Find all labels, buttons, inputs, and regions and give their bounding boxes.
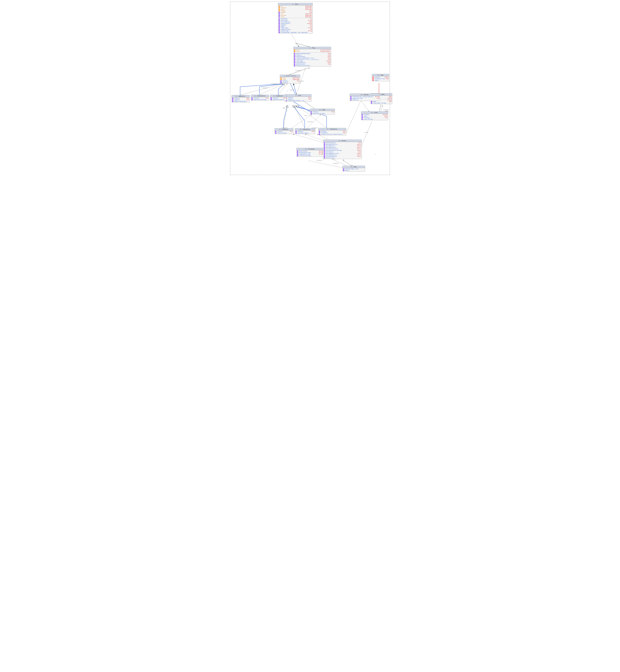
icon-orange: ~: [278, 9, 280, 10]
dxfactor-class: ⊙ ▸ DxFactor ~ ▸ toPoly() Poly ~ ▸ DxFac…: [274, 128, 294, 134]
type-methods: ~ ▸ values() Type[] ~ ▸ valueOf(String) …: [372, 76, 389, 81]
main-class: ⊙ ▸ Main ~ ▸ main(String[]) void ~ ▸ Mai…: [343, 166, 365, 172]
unit-field-index2: ~ ▸ index BigInteger: [278, 16, 312, 18]
svg-line-36: [289, 68, 307, 75]
icon-orange: ~: [278, 6, 280, 7]
term-name: Term: [298, 95, 301, 96]
icon-purple: ~: [296, 132, 297, 134]
svg-line-1: [295, 43, 300, 47]
icon-purple: ~: [350, 96, 352, 98]
powerfactor-name: ⊙ ▸ PowerFactor: [254, 95, 265, 97]
icon-red: ~: [372, 78, 374, 79]
unit-fields: ~ ▸ coe BigInteger ~ ▸ expIndex BigInteg…: [278, 5, 313, 18]
icon-purple: ~: [275, 132, 276, 134]
svg-line-7: [278, 84, 287, 95]
icon-purple: ~: [319, 132, 320, 133]
icon-orange: ~: [294, 51, 295, 52]
unit-field-expindex: ~ ▸ expIndex BigInteger: [278, 7, 312, 9]
term-stereotype: ⊙ ▸: [296, 95, 298, 96]
funcfactor-methods: ~ ▸ toPoly() Poly ~ ▸ formExpr() Expr ~ …: [318, 130, 346, 135]
numfactor-methods: ~ ▸ toPoly() Poly ~ ▸ negate() void ~ ▸ …: [232, 97, 250, 102]
svg-line-5: [240, 84, 283, 95]
unit-method-tostring: ~ ▸ toString() String: [278, 19, 312, 21]
type-header: ⊙ ▸ Type: [372, 74, 389, 76]
term-class: ⊙ ▸ Term ~ ▸ toPoly() Poly ~ ▸ negate() …: [285, 94, 311, 102]
numfactor-name: ⊙ ▸ NumFactor: [236, 96, 245, 97]
main-name: ⊙ ▸ Main: [351, 166, 357, 167]
icon-purple: ~: [350, 98, 352, 99]
expr-class: ⊙ ▸ Expr ~ ▸ toPoly() Poly ~ ▸ Expr(Arra…: [310, 109, 335, 114]
icon-purple: ~: [275, 131, 276, 132]
expfactor-name: ⊙ ▸ ExpFactor: [274, 95, 283, 97]
powerfactor-class: ⊙ ▸ PowerFactor ~ ▸ toPoly() Poly ~ ▸ Po…: [251, 95, 269, 101]
icon-purple: ~: [324, 142, 325, 144]
svg-line-8: [283, 106, 287, 128]
svg-line-6: [259, 84, 285, 95]
expr-header: ⊙ ▸ Expr: [310, 109, 335, 111]
unit-name: Unit: [295, 3, 298, 5]
icon-purple: ~: [297, 151, 298, 152]
icon-purple: ~: [362, 119, 363, 120]
exprfactor-header: ⊙ ▸ ExprFactor: [295, 128, 315, 130]
unit-method-derivate: ~ ▸ derivateUnit() Poly: [278, 21, 312, 22]
processor-header: ⊙ ▸ Processor: [297, 148, 323, 150]
definer-methods: ~ ▸ formFunc(String, ArrayList<Factor>) …: [350, 96, 380, 101]
svg-line-19: [343, 160, 351, 166]
parser-header: ⊙ ▸ Parser: [323, 140, 362, 142]
icon-purple: ~: [294, 54, 295, 56]
icon-purple: ~: [232, 99, 233, 101]
parser-methods: ~ ▸ parseTerm(int) Term ~ ▸ parseExprFac…: [323, 142, 362, 159]
svg-line-47: [381, 106, 382, 111]
svg-line-53: [343, 161, 352, 166]
poly-fields: ~ ▸ units ArrayList<Unit> ~ ▸ units Arra…: [294, 49, 331, 53]
icon-red: ~: [372, 77, 374, 78]
icon-purple: ~: [294, 65, 295, 66]
icon-purple: ~: [278, 15, 280, 16]
lexer-methods: ~ ▸ notEnd() boolean ~ ▸ now() Token ~ ▸…: [361, 114, 388, 120]
icon-purple: ~: [371, 101, 372, 102]
parser-class: ⊙ ▸ Parser ~ ▸ parseTerm(int) Term ~ ▸ p…: [323, 139, 362, 159]
expfactor-class: ⊙ ▸ ExpFactor ~ ▸ toPoly() Poly ~ ▸ ExpF…: [270, 95, 287, 101]
unit-method-hashcode: ~ ▸ hashCode() int: [278, 18, 312, 19]
main-header: ⊙ ▸ Main: [343, 166, 365, 168]
icon-purple: ~: [280, 82, 281, 83]
icon-purple: ~: [324, 150, 325, 151]
icon-purple: ~: [362, 116, 363, 117]
icon-purple: ~: [251, 99, 253, 100]
unit-method-expstring: ~ ▸ expString() String: [278, 27, 312, 29]
icon-purple: ~: [324, 151, 325, 153]
unit-field-coe2: ~ ▸ coe BigInteger: [278, 13, 312, 15]
icon-orange: ~: [294, 50, 295, 51]
powerfactor-methods: ~ ▸ toPoly() Poly ~ ▸ PowerFactor(String…: [251, 97, 269, 101]
svg-text:<<create>>: <<create>>: [307, 121, 313, 122]
unit-field-coe: ~ ▸ coe BigInteger: [278, 6, 312, 7]
unit-method-sign: ~ ▸ Sign() int: [278, 25, 312, 27]
icon-purple: ~: [324, 145, 325, 147]
processor-methods: ~ ▸ preProcess() String ~ ▸ mergeSign(St…: [297, 150, 323, 157]
icon-purple: ~: [294, 59, 295, 60]
poly-name: Poly: [312, 47, 315, 49]
svg-text:1: 1: [288, 91, 288, 92]
icon-purple: ~: [294, 53, 295, 54]
processor-class: ⊙ ▸ Processor ~ ▸ preProcess() String ~ …: [297, 148, 323, 157]
svg-text:<<create>>: <<create>>: [295, 70, 301, 71]
lexer-name: ⊙ ▸ Lexer: [371, 112, 378, 113]
svg-line-0: [295, 43, 309, 47]
funcfactor-header: ⊙ ▸ FuncFactor: [318, 128, 346, 130]
numfactor-header: ⊙ ▸ NumFactor: [232, 95, 250, 97]
svg-line-13: [379, 104, 381, 111]
icon-purple: ~: [280, 80, 281, 81]
icon-purple: ~: [294, 62, 295, 63]
exprfactor-name: ⊙ ▸ ExprFactor: [300, 129, 310, 130]
icon-purple: ~: [297, 152, 298, 153]
icon-purple: ~: [350, 99, 352, 101]
main-methods: ~ ▸ main(String[]) void ~ ▸ Main(): [343, 168, 365, 171]
unit-class-header: ⊙ ▸ Unit: [278, 3, 313, 5]
definer-header: ⊙ ▸ Definer: [350, 94, 380, 96]
icon-purple: ~: [343, 170, 344, 171]
icon-purple: ~: [324, 156, 325, 157]
icon-orange: ~: [278, 7, 280, 8]
icon-purple: ~: [311, 111, 312, 113]
svg-text:<<create>>: <<create>>: [316, 160, 322, 161]
svg-line-16: [346, 100, 361, 133]
